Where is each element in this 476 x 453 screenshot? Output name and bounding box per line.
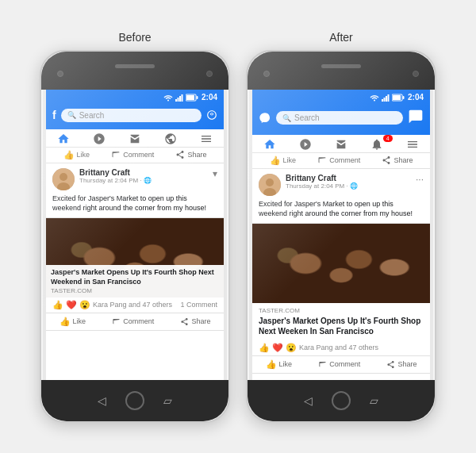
link-source-after: TASTER.COM — [259, 307, 424, 314]
like-label-before: Like — [77, 151, 90, 159]
reactions-bar-before: 👍 ❤️ 😮 Kara Pang and 47 others 1 Comment — [46, 298, 224, 313]
post-header-before: Brittany Craft Thursday at 2:04 PM · 🌐 ▾ — [46, 163, 224, 194]
bottom-actions-before: 👍 Like Comment Share — [46, 313, 224, 331]
nav-marketplace-after[interactable] — [330, 138, 352, 151]
search-placeholder: Search — [79, 111, 105, 120]
before-label: Before — [118, 31, 151, 44]
nav-home-after[interactable] — [259, 138, 281, 151]
search-bar-after[interactable]: 🔍 Search — [276, 111, 403, 125]
comment-icon-before — [111, 150, 121, 159]
messenger-btn-after[interactable] — [408, 109, 424, 128]
bottom-bezel-after: ◁ ▱ — [248, 380, 435, 421]
camera-dot-left-after — [263, 71, 270, 77]
svg-rect-3 — [179, 96, 181, 102]
search-placeholder-after: Search — [294, 113, 320, 122]
notification-badge-after: 4 — [383, 135, 393, 142]
comment-icon-after — [317, 155, 327, 165]
nav-menu-after[interactable] — [401, 138, 424, 151]
speaker — [115, 64, 155, 68]
messenger-icon-before[interactable] — [206, 109, 217, 121]
action-row-before: 👍 Like Comment Share — [46, 148, 224, 163]
like-btn-after[interactable]: 👍 Like — [270, 155, 297, 166]
nav-bell-after[interactable]: 4 — [366, 138, 388, 151]
like-label2-after: Like — [279, 360, 293, 368]
avatar-image-after — [259, 174, 281, 196]
search-bar-before[interactable]: 🔍 Search — [61, 109, 202, 122]
svg-rect-13 — [383, 98, 385, 102]
before-phone: 2:04 f 🔍 Search — [40, 50, 230, 423]
post-text-before: Excited for Jasper's Market to open up t… — [46, 194, 224, 217]
back-btn-before[interactable]: ◁ — [98, 394, 106, 407]
post-meta-before: Thursday at 2:04 PM · 🌐 — [79, 177, 208, 184]
header-row: f 🔍 Search — [52, 109, 217, 122]
comparison-container: Before — [40, 31, 436, 423]
after-phone: 2:04 🔍 Search — [246, 50, 436, 423]
avatar-image-before — [52, 168, 75, 190]
comment-action-before[interactable]: Comment — [112, 317, 154, 327]
status-time-before: 2:04 — [202, 93, 217, 102]
nav-home-before[interactable] — [52, 132, 75, 145]
share-btn-before[interactable]: Share — [175, 150, 206, 159]
back-btn-after[interactable]: ◁ — [304, 394, 313, 407]
svg-rect-6 — [196, 96, 198, 99]
link-preview-after: TASTER.COM Jasper's Market Opens Up It's… — [252, 223, 430, 340]
nav-globe-before[interactable] — [159, 132, 182, 145]
svg-rect-7 — [186, 95, 194, 100]
link-text-after: TASTER.COM Jasper's Market Opens Up It's… — [252, 303, 430, 340]
nav-watch-after[interactable] — [294, 138, 317, 151]
recents-btn-before[interactable]: ▱ — [163, 394, 172, 407]
comment-label2-after: Comment — [329, 360, 360, 368]
status-bar-after: 2:04 — [252, 90, 430, 106]
post-header-after: Brittany Craft Thursday at 2:04 PM · 🌐 ·… — [252, 169, 430, 199]
post-menu-before[interactable]: ▾ — [213, 168, 217, 179]
username-after: Brittany Craft — [286, 174, 411, 182]
share-action-before[interactable]: Share — [180, 317, 210, 327]
share-action-icon-before — [180, 317, 189, 326]
comments-count-before: 1 Comment — [180, 301, 217, 309]
nav-marketplace-before[interactable] — [124, 132, 146, 145]
svg-rect-14 — [386, 96, 387, 102]
comment-btn-before[interactable]: Comment — [111, 150, 154, 159]
home-icon — [57, 132, 70, 145]
reactions-count-before: Kara Pang and 47 others — [93, 301, 172, 309]
status-icons — [163, 94, 198, 102]
share-action-after[interactable]: Share — [386, 359, 416, 370]
reactions-bar-after: 👍 ❤️ 😮 Kara Pang and 47 others — [252, 340, 430, 356]
like-icon-after: 👍 — [270, 155, 281, 166]
screen-before: 2:04 f 🔍 Search — [46, 90, 224, 380]
reactions-left-after: 👍 ❤️ 😮 Kara Pang and 47 others — [259, 343, 378, 353]
status-bar-before: 2:04 — [46, 90, 224, 106]
top-bezel-after — [248, 52, 435, 90]
home-btn-before[interactable] — [125, 391, 144, 410]
recents-btn-after[interactable]: ▱ — [370, 394, 378, 407]
comment-btn-after[interactable]: Comment — [317, 155, 360, 165]
share-label-after: Share — [393, 156, 413, 164]
svg-rect-4 — [181, 94, 182, 102]
share-btn-after[interactable]: Share — [382, 155, 413, 165]
bottom-actions-after: 👍 Like Comment Share — [252, 356, 430, 374]
post-menu-after[interactable]: ··· — [416, 174, 424, 185]
fb-header-after: 🔍 Search — [252, 106, 430, 135]
home-icon-after — [263, 138, 276, 151]
svg-rect-2 — [177, 98, 178, 102]
nav-menu-before[interactable] — [195, 132, 217, 145]
svg-point-0 — [167, 99, 169, 101]
after-label: After — [329, 31, 353, 44]
like-action-before[interactable]: 👍 Like — [60, 317, 86, 327]
comment-label2-before: Comment — [123, 317, 154, 325]
comment-action-after[interactable]: Comment — [318, 359, 360, 370]
home-btn-after[interactable] — [332, 391, 351, 410]
like-action-after[interactable]: 👍 Like — [266, 359, 293, 370]
heart-emoji-after: ❤️ — [272, 343, 283, 353]
link-overlay-before: Jasper's Market Opens Up It's Fourth Sho… — [46, 265, 224, 297]
wifi-icon-after — [370, 94, 379, 102]
watch-icon-after — [299, 138, 312, 151]
comment-action-icon-before — [112, 317, 121, 326]
messenger-icon-after — [408, 109, 424, 125]
watch-icon — [93, 132, 106, 145]
link-image-before: Jasper's Market Opens Up It's Fourth Sho… — [46, 218, 224, 298]
svg-rect-15 — [387, 94, 389, 102]
like-btn-before[interactable]: 👍 Like — [63, 150, 90, 160]
nav-watch-before[interactable] — [88, 132, 110, 145]
wow-emoji-before: 😮 — [79, 300, 90, 310]
